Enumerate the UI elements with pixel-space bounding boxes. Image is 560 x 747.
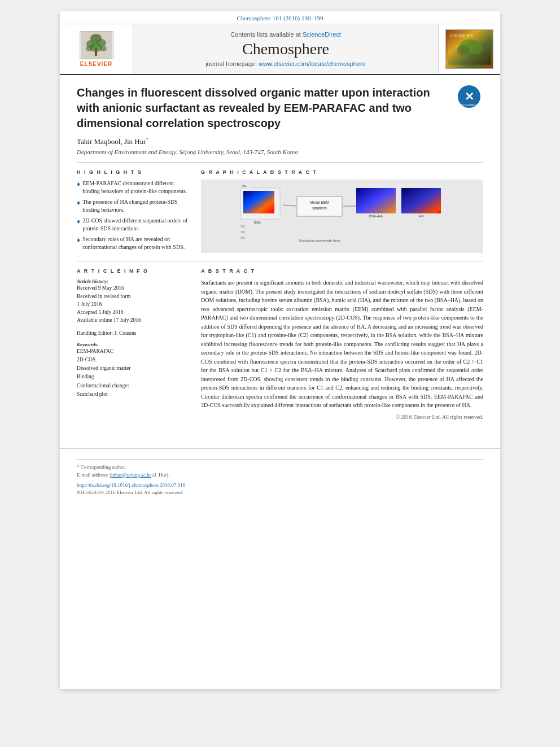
svg-rect-17 <box>243 191 274 213</box>
highlight-text-2: The presence of HA changed protein-SDS b… <box>82 198 190 214</box>
svg-text:HA: HA <box>419 215 423 218</box>
article-info-heading: A R T I C L E I N F O <box>77 268 190 274</box>
bullet-icon-3: ♦ <box>77 217 80 226</box>
bullet-icon-1: ♦ <box>77 180 80 189</box>
publisher-logo-area: ELSEVIER <box>60 24 133 74</box>
journal-cover-image: Chemosphere <box>445 29 493 69</box>
svg-point-7 <box>100 46 107 51</box>
svg-text:BSA+HA: BSA+HA <box>369 215 383 218</box>
svg-point-11 <box>469 44 483 54</box>
svg-text:BSA: BSA <box>254 221 261 224</box>
svg-rect-24 <box>356 188 396 213</box>
svg-text:solutions: solutions <box>312 206 327 210</box>
svg-text:250: 250 <box>240 225 246 228</box>
doi-link[interactable]: http://dx.doi.org/10.1016/j.chemosphere.… <box>77 482 483 488</box>
highlight-text-3: 2D-COS showed different sequential order… <box>82 217 190 233</box>
received-revised-label: Received in revised form <box>77 292 190 300</box>
accepted-date: Accepted 5 July 2016 <box>77 308 190 316</box>
keyword-6: Scatchard plot <box>77 391 108 397</box>
svg-text:CrossMark: CrossMark <box>461 103 478 107</box>
abstract-body: Surfactants are present in significant a… <box>201 278 483 410</box>
svg-text:300: 300 <box>240 230 246 234</box>
copyright-line: © 2016 Elsevier Ltd. All rights reserved… <box>201 414 483 420</box>
keywords-label: Keywords: <box>77 342 190 347</box>
article-history-content: Received 9 May 2016 Received in revised … <box>77 284 190 324</box>
highlight-item-4: ♦ Secondary roles of HA are revealed on … <box>77 235 190 251</box>
highlight-item-2: ♦ The presence of HA changed protein-SDS… <box>77 198 190 214</box>
highlights-heading: H I G H L I G H T S <box>77 169 190 175</box>
keyword-5: Conformational changes <box>77 383 129 388</box>
highlights-graphical-section: H I G H L I G H T S ♦ EEM-PARAFAC demons… <box>77 162 483 254</box>
elsevier-tree-icon <box>80 31 113 59</box>
svg-text:350: 350 <box>240 236 246 239</box>
abstract-column: A B S T R A C T Surfactants are present … <box>201 268 483 420</box>
svg-point-6 <box>86 46 93 51</box>
highlights-list: ♦ EEM-PARAFAC demonstrated different bin… <box>77 180 190 251</box>
keywords-block: Keywords: EEM-PARAFAC 2D-COS Dissolved o… <box>77 342 190 399</box>
journal-header: ELSEVIER Contents lists available at Sci… <box>60 24 500 75</box>
svg-text:✕: ✕ <box>465 90 474 103</box>
keyword-1: EEM-PARAFAC <box>77 348 113 354</box>
highlight-text-1: EEM-PARAFAC demonstrated different bindi… <box>82 180 190 195</box>
journal-reference-bar: Chemosphere 161 (2016) 190–199 <box>60 11 500 24</box>
svg-rect-26 <box>401 188 441 213</box>
footer-section: * Corresponding author. E-mail address: … <box>60 448 500 501</box>
article-info-abstract-section: A R T I C L E I N F O Article history: R… <box>77 261 483 420</box>
authors-line: Tahir Maqbool, Jin Hur* <box>77 137 483 146</box>
corresponding-marker: * <box>146 137 149 142</box>
issn-copyright: 0045-6535/© 2016 Elsevier Ltd. All right… <box>77 490 483 495</box>
journal-name: Chemosphere <box>242 40 329 58</box>
footer-rule <box>77 459 483 460</box>
email-address-line: E-mail address: jinhur@sejong.ac.kr (J. … <box>77 472 483 478</box>
journal-cover-thumbnail-area: Chemosphere <box>438 24 500 74</box>
science-direct-link[interactable]: ScienceDirect <box>303 31 341 38</box>
academic-paper-page: Chemosphere 161 (2016) 190–199 <box>60 11 500 689</box>
received-date: Received 9 May 2016 <box>77 284 190 292</box>
highlight-item-1: ♦ EEM-PARAFAC demonstrated different bin… <box>77 180 190 195</box>
elsevier-wordmark: ELSEVIER <box>80 61 112 67</box>
main-content-area: Changes in fluorescent dissolved organic… <box>60 75 500 437</box>
handling-editor-block: Handling Editor: J. Cousins <box>77 329 190 337</box>
bullet-icon-4: ♦ <box>77 235 80 245</box>
crossmark-badge[interactable]: ✕ CrossMark <box>458 85 483 111</box>
elsevier-logo: ELSEVIER <box>80 31 113 67</box>
article-history-block: Article history: Received 9 May 2016 Rec… <box>77 278 190 324</box>
svg-text:Chemosphere: Chemosphere <box>450 33 473 38</box>
highlight-text-4: Secondary roles of HA are revealed on co… <box>82 235 190 251</box>
revised-date: 1 July 2016 <box>77 300 190 308</box>
svg-point-10 <box>457 45 469 55</box>
article-title-block: Changes in fluorescent dissolved organic… <box>77 85 483 131</box>
history-label: Article history: <box>77 278 190 284</box>
keywords-list: EEM-PARAFAC 2D-COS Dissolved organic mat… <box>77 347 190 399</box>
corresponding-author-note: * Corresponding author. <box>77 464 483 470</box>
journal-homepage-line: journal homepage: www.elsevier.com/locat… <box>205 60 366 67</box>
email-link[interactable]: jinhur@sejong.ac.kr <box>110 472 151 478</box>
graphical-abstract-heading: G R A P H I C A L A B S T R A C T <box>201 169 483 175</box>
keyword-3: Dissolved organic matter <box>77 365 130 371</box>
svg-rect-5 <box>95 47 97 56</box>
svg-text:Excitation wavelength (nm): Excitation wavelength (nm) <box>299 239 340 242</box>
email-label: E-mail address: <box>77 472 108 478</box>
keyword-2: 2D-COS <box>77 357 95 362</box>
svg-text:Model EEM: Model EEM <box>310 200 329 204</box>
svg-line-22 <box>283 205 296 206</box>
highlights-column: H I G H L I G H T S ♦ EEM-PARAFAC demons… <box>77 169 190 254</box>
abstract-heading: A B S T R A C T <box>201 268 483 274</box>
contents-line: Contents lists available at ScienceDirec… <box>230 31 341 38</box>
article-title: Changes in fluorescent dissolved organic… <box>77 85 483 131</box>
highlight-item-3: ♦ 2D-COS showed different sequential ord… <box>77 217 190 233</box>
keyword-4: Binding <box>77 374 94 379</box>
affiliation-line: Department of Environment and Energy, Se… <box>77 148 483 155</box>
article-info-column: A R T I C L E I N F O Article history: R… <box>77 268 190 420</box>
handling-editor: Handling Editor: J. Cousins <box>77 329 190 337</box>
journal-title-area: Contents lists available at ScienceDirec… <box>133 24 438 74</box>
bullet-icon-2: ♦ <box>77 198 80 208</box>
graphical-abstract-image: BSA Model EEM solutions BSA+HA <box>201 180 483 253</box>
journal-homepage-link[interactable]: www.elsevier.com/locate/chemosphere <box>259 60 366 67</box>
available-date: Available online 17 July 2016 <box>77 316 190 324</box>
journal-reference: Chemosphere 161 (2016) 190–199 <box>237 15 323 21</box>
svg-text:Abs.: Abs. <box>242 184 247 187</box>
graphical-abstract-column: G R A P H I C A L A B S T R A C T <box>201 169 483 254</box>
email-person: (J. Hur). <box>152 472 169 478</box>
